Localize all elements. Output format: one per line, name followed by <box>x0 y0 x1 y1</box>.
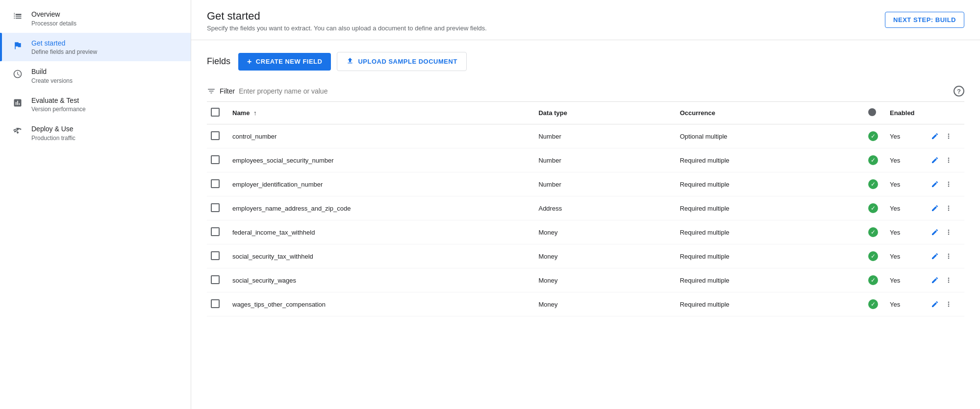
row-checkbox-2[interactable] <box>211 179 220 188</box>
sidebar-build-text: Build Create versions <box>31 67 73 84</box>
edit-button-6[interactable] <box>929 274 941 286</box>
row-name-cell: social_security_wages <box>228 268 534 292</box>
table-row: employer_identification_number Number Re… <box>207 172 964 196</box>
sidebar-item-overview[interactable]: Overview Processor details <box>0 4 191 33</box>
more-button-1[interactable] <box>943 154 955 166</box>
edit-button-2[interactable] <box>929 178 941 190</box>
more-button-4[interactable] <box>943 226 955 238</box>
row-name-cell: control_number <box>228 124 534 148</box>
sidebar-item-deploy[interactable]: Deploy & Use Production traffic <box>0 119 191 147</box>
row-check-cell <box>207 220 228 244</box>
row-name-cell: social_security_tax_withheld <box>228 244 534 268</box>
row-checkbox-6[interactable] <box>211 275 220 284</box>
row-checkbox-1[interactable] <box>211 155 220 164</box>
row-checkbox-4[interactable] <box>211 227 220 236</box>
create-btn-label: CREATE NEW FIELD <box>256 58 323 65</box>
sidebar-item-get-started[interactable]: Get started Define fields and preview <box>0 33 191 62</box>
table-row: employees_social_security_number Number … <box>207 148 964 172</box>
next-step-button[interactable]: NEXT STEP: BUILD <box>885 12 964 28</box>
sidebar-overview-sublabel: Processor details <box>31 20 76 27</box>
sidebar-deploy-label: Deploy & Use <box>31 124 75 134</box>
filter-input[interactable] <box>239 87 950 95</box>
row-actions-cell <box>925 124 964 148</box>
actions-cell-3 <box>929 202 960 214</box>
row-status-cell: ✓ <box>864 292 886 316</box>
main-content: Get started Specify the fields you want … <box>191 0 980 409</box>
help-icon[interactable]: ? <box>954 86 964 96</box>
sidebar-overview-label: Overview <box>31 10 76 20</box>
edit-button-5[interactable] <box>929 250 941 262</box>
field-enabled-1: Yes <box>890 157 900 164</box>
table-header-row: Name ↑ Data type Occurrence Enabled <box>207 102 964 124</box>
upload-sample-document-button[interactable]: UPLOAD SAMPLE DOCUMENT <box>337 52 466 71</box>
sidebar-item-evaluate[interactable]: Evaluate & Test Version performance <box>0 90 191 119</box>
row-check-cell <box>207 244 228 268</box>
filter-bar: Filter ? <box>207 81 964 102</box>
row-occurrence-cell: Required multiple <box>676 220 864 244</box>
edit-button-7[interactable] <box>929 298 941 310</box>
row-actions-cell <box>925 148 964 172</box>
row-checkbox-0[interactable] <box>211 131 220 140</box>
more-button-7[interactable] <box>943 298 955 310</box>
more-button-0[interactable] <box>943 130 955 142</box>
more-button-6[interactable] <box>943 274 955 286</box>
actions-cell-1 <box>929 154 960 166</box>
row-name-cell: employers_name_address_and_zip_code <box>228 196 534 220</box>
col-header-enabled: Enabled <box>886 102 925 124</box>
field-name-5: social_security_tax_withheld <box>232 253 313 260</box>
more-button-5[interactable] <box>943 250 955 262</box>
col-header-name[interactable]: Name ↑ <box>228 102 534 124</box>
edit-button-0[interactable] <box>929 130 941 142</box>
status-check-icon-1: ✓ <box>868 155 878 165</box>
header-left: Get started Specify the fields you want … <box>207 10 487 32</box>
table-row: wages_tips_other_compensation Money Requ… <box>207 292 964 316</box>
edit-button-4[interactable] <box>929 226 941 238</box>
row-checkbox-7[interactable] <box>211 299 220 308</box>
select-all-checkbox[interactable] <box>211 108 220 117</box>
edit-button-3[interactable] <box>929 202 941 214</box>
edit-button-1[interactable] <box>929 154 941 166</box>
flag-icon <box>12 40 24 51</box>
row-name-cell: employees_social_security_number <box>228 148 534 172</box>
row-occurrence-cell: Optional multiple <box>676 124 864 148</box>
status-check-icon-5: ✓ <box>868 251 878 261</box>
status-check-icon-7: ✓ <box>868 299 878 309</box>
sidebar-deploy-text: Deploy & Use Production traffic <box>31 124 75 142</box>
row-occurrence-cell: Required multiple <box>676 292 864 316</box>
sidebar-evaluate-sublabel: Version performance <box>31 106 86 113</box>
row-enabled-cell: Yes <box>886 196 925 220</box>
field-occurrence-5: Required multiple <box>680 253 729 260</box>
field-name-1: employees_social_security_number <box>232 157 334 164</box>
create-new-field-button[interactable]: + CREATE NEW FIELD <box>238 53 331 71</box>
row-name-cell: federal_income_tax_withheld <box>228 220 534 244</box>
broadcast-icon <box>12 125 24 137</box>
field-occurrence-6: Required multiple <box>680 277 729 284</box>
row-occurrence-cell: Required multiple <box>676 268 864 292</box>
field-enabled-2: Yes <box>890 181 900 188</box>
more-button-2[interactable] <box>943 178 955 190</box>
sidebar-deploy-sublabel: Production traffic <box>31 135 75 142</box>
field-enabled-0: Yes <box>890 133 900 140</box>
field-enabled-6: Yes <box>890 277 900 284</box>
row-status-cell: ✓ <box>864 124 886 148</box>
field-occurrence-2: Required multiple <box>680 181 729 188</box>
status-check-icon-0: ✓ <box>868 131 878 141</box>
row-enabled-cell: Yes <box>886 268 925 292</box>
more-button-3[interactable] <box>943 202 955 214</box>
row-checkbox-5[interactable] <box>211 251 220 260</box>
status-check-icon-4: ✓ <box>868 227 878 237</box>
actions-cell-0 <box>929 130 960 142</box>
row-checkbox-3[interactable] <box>211 203 220 212</box>
field-occurrence-4: Required multiple <box>680 229 729 236</box>
sort-arrow-icon: ↑ <box>253 109 257 117</box>
row-actions-cell <box>925 220 964 244</box>
actions-cell-6 <box>929 274 960 286</box>
col-header-type: Data type <box>534 102 676 124</box>
filter-icon <box>207 87 216 96</box>
row-status-cell: ✓ <box>864 220 886 244</box>
row-actions-cell <box>925 268 964 292</box>
field-occurrence-1: Required multiple <box>680 157 729 164</box>
sidebar-item-build[interactable]: Build Create versions <box>0 61 191 90</box>
row-status-cell: ✓ <box>864 196 886 220</box>
table-row: control_number Number Optional multiple … <box>207 124 964 148</box>
